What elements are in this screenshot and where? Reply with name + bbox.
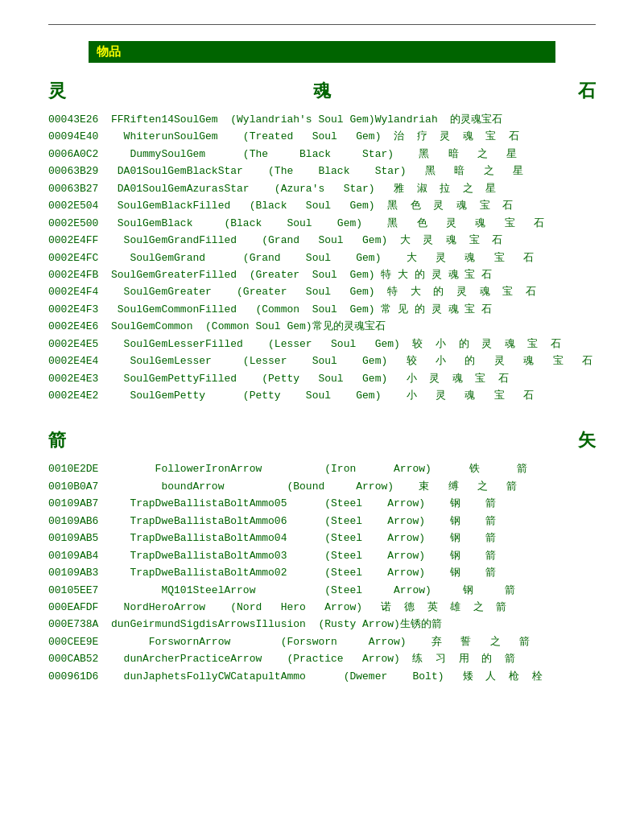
table-row: 0010E2DE FollowerIronArrow (Iron Arrow) … [48, 460, 596, 477]
category-soul-gems: 灵魂石00043E26 FFRiften14SoulGem (Wylandria… [48, 79, 596, 404]
table-row: 0002E4E2 SoulGemPetty (Petty Soul Gem) 小… [48, 387, 596, 404]
title-mid: 魂 [313, 79, 331, 103]
table-row: 000EAFDF NordHeroArrow (Nord Hero Arrow)… [48, 599, 596, 616]
table-row: 0002E4FB SoulGemGreaterFilled (Greater S… [48, 266, 596, 283]
table-row: 0002E4E4 SoulGemLesser (Lesser Soul Gem)… [48, 353, 596, 369]
title-left: 灵 [48, 79, 66, 103]
table-row: 000961D6 dunJaphetsFollyCWCatapultAmmo (… [48, 668, 596, 685]
table-row: 00109AB7 TrapDweBallistaBoltAmmo05 (Stee… [48, 495, 596, 512]
table-row: 00109AB5 TrapDweBallistaBoltAmmo04 (Stee… [48, 530, 596, 546]
top-divider [48, 24, 596, 25]
table-row: 0006A0C2 DummySoulGem (The Black Star) 黑… [48, 146, 596, 163]
table-row: 00109AB3 TrapDweBallistaBoltAmmo02 (Stee… [48, 564, 596, 581]
category-arrows: 箭矢0010E2DE FollowerIronArrow (Iron Arrow… [48, 428, 596, 685]
table-row: 00063B29 DA01SoulGemBlackStar (The Black… [48, 163, 596, 179]
table-row: 0002E504 SoulGemBlackFilled (Black Soul … [48, 197, 596, 214]
table-row: 00043E26 FFRiften14SoulGem (Wylandriah's… [48, 111, 596, 128]
section-header-text: 物品 [89, 41, 555, 63]
table-row: 0010B0A7 boundArrow (Bound Arrow) 束 缚 之 … [48, 478, 596, 495]
title-right: 矢 [578, 428, 596, 452]
category-title-arrows: 箭矢 [48, 428, 596, 456]
table-row: 00109AB4 TrapDweBallistaBoltAmmo03 (Stee… [48, 547, 596, 564]
table-row: 000CAB52 dunArcherPracticeArrow (Practic… [48, 650, 596, 667]
table-row: 0002E4F4 SoulGemGreater (Greater Soul Ge… [48, 283, 596, 300]
table-row: 000CEE9E ForswornArrow (Forsworn Arrow) … [48, 633, 596, 650]
table-row: 0002E4E3 SoulGemPettyFilled (Petty Soul … [48, 370, 596, 387]
table-row: 000E738A dunGeirmundSigdisArrowsIllusion… [48, 616, 596, 633]
table-row: 00109AB6 TrapDweBallistaBoltAmmo06 (Stee… [48, 513, 596, 530]
table-row: 0002E4FF SoulGemGrandFilled (Grand Soul … [48, 232, 596, 249]
category-title-soul-gems: 灵魂石 [48, 79, 596, 106]
table-row: 00063B27 DA01SoulGemAzurasStar (Azura's … [48, 180, 596, 197]
table-row: 0002E4FC SoulGemGrand (Grand Soul Gem) 大… [48, 249, 596, 266]
title-left: 箭 [48, 428, 66, 452]
table-row: 0002E4E6 SoulGemCommon (Common Soul Gem)… [48, 318, 596, 335]
table-row: 0002E500 SoulGemBlack (Black Soul Gem) 黑… [48, 215, 596, 232]
section-header-bar: 物品 [0, 41, 644, 63]
table-row: 00094E40 WhiterunSoulGem (Treated Soul G… [48, 128, 596, 145]
table-row: 0002E4F3 SoulGemCommonFilled (Common Sou… [48, 301, 596, 318]
table-row: 0002E4E5 SoulGemLesserFilled (Lesser Sou… [48, 336, 596, 353]
title-right: 石 [578, 79, 596, 103]
table-row: 00105EE7 MQ101SteelArrow (Steel Arrow) 钢… [48, 582, 596, 599]
